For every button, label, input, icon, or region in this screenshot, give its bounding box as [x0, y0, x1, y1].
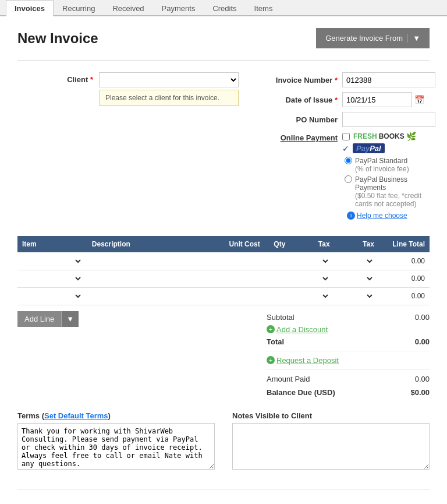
online-payment-label: Online Payment [256, 132, 338, 142]
tab-invoices[interactable]: Invoices [6, 0, 54, 16]
qty-input-1[interactable] [269, 257, 286, 265]
balance-due-row: Balance Due (USD) $0.00 [267, 385, 430, 400]
deposit-plus-icon: + [267, 356, 275, 364]
description-input-2[interactable] [92, 274, 210, 283]
col-unit-cost: Unit Cost [214, 236, 265, 252]
generate-invoice-button[interactable]: Generate Invoice From ▼ [316, 28, 430, 48]
paypal-p2: Pal [370, 144, 381, 153]
freshbooks-text: FRESH [353, 132, 377, 140]
subtotal-value: 0.00 [415, 313, 430, 322]
col-line-total: Line Total [379, 236, 430, 252]
add-line-button[interactable]: Add Line [17, 311, 61, 327]
send-email-section: Send by Email Email this invoice to your… [155, 501, 292, 505]
add-line-caret-button[interactable]: ▼ [61, 311, 79, 327]
info-icon: i [347, 212, 355, 220]
notes-section: Notes Visible to Client [232, 411, 430, 471]
paypal-business-label: PayPal Business Payments ($0.50 flat fee… [355, 175, 435, 208]
date-of-issue-label: Date of Issue * [256, 96, 338, 104]
invoice-number-required-star: * [335, 76, 338, 84]
tab-received[interactable]: Received [104, 0, 152, 16]
tax2-select-3[interactable] [339, 291, 374, 301]
generate-invoice-label: Generate Invoice From [325, 34, 403, 43]
generate-invoice-caret-icon: ▼ [407, 34, 420, 43]
col-qty: Qty [265, 236, 290, 252]
description-input-3[interactable] [92, 292, 210, 300]
tab-items[interactable]: Items [246, 0, 282, 16]
balance-due-label: Balance Due (USD) [267, 388, 335, 397]
tax1-select-2[interactable] [295, 274, 329, 283]
freshbooks-logo: FRESHBOOKS 🌿 [353, 132, 416, 141]
add-discount-link[interactable]: + Add a Discount [267, 325, 328, 334]
deposit-row: + Request a Deposit [267, 351, 430, 370]
freshbooks-books: BOOKS [379, 132, 405, 140]
table-row: 0.00 [17, 270, 430, 287]
subtotal-label: Subtotal [267, 313, 295, 322]
table-row: 0.00 [17, 287, 430, 305]
unit-cost-input-3[interactable] [219, 292, 260, 300]
unit-cost-input-2[interactable] [219, 274, 260, 283]
tax2-select-1[interactable] [339, 256, 374, 266]
table-bottom: Add Line ▼ Subtotal 0.00 + Add a Discoun… [17, 311, 430, 400]
discount-row: + Add a Discount [267, 323, 430, 336]
terms-label-row: Terms (Set Default Terms) [17, 411, 215, 420]
tab-credits[interactable]: Credits [204, 0, 245, 16]
description-input-1[interactable] [92, 257, 210, 265]
paypal-standard-label: PayPal Standard (% of invoice fee) [355, 157, 409, 173]
send-snail-section: Send by Snail Mail Send a hard copy of t… [292, 501, 430, 505]
plus-icon: + [267, 325, 275, 333]
line-total-2: 0.00 [379, 270, 430, 287]
notes-textarea[interactable] [232, 423, 430, 470]
col-item: Item [17, 236, 87, 252]
line-total-1: 0.00 [379, 252, 430, 270]
col-description: Description [87, 236, 214, 252]
total-label: Total [267, 337, 284, 346]
item-select-2[interactable] [22, 274, 83, 283]
terms-label: Terms [17, 411, 40, 420]
tax2-select-2[interactable] [339, 274, 374, 283]
payment-options-panel: FRESHBOOKS 🌿 ✓ PayPal [342, 132, 435, 220]
tab-payments[interactable]: Payments [153, 0, 204, 16]
tax1-select-1[interactable] [295, 256, 329, 266]
terms-textarea[interactable]: Thank you for working with ShivarWeb Con… [17, 423, 215, 470]
add-discount-label: Add a Discount [276, 325, 328, 334]
terms-section: Terms (Set Default Terms) Thank you for … [17, 411, 215, 471]
table-row: 0.00 [17, 252, 430, 270]
totals-section: Subtotal 0.00 + Add a Discount Total 0.0… [267, 311, 430, 400]
balance-due-value: $0.00 [410, 388, 430, 397]
paypal-standard-radio[interactable] [345, 157, 352, 164]
subtotal-row: Subtotal 0.00 [267, 311, 430, 323]
invoice-number-input[interactable] [342, 72, 435, 87]
nav-tabs: Invoices Recurring Received Payments Cre… [0, 0, 447, 16]
client-required-star: * [90, 75, 93, 84]
action-buttons-section: Save as Draft Save this invoice as a dra… [17, 489, 430, 505]
po-number-input[interactable] [342, 112, 435, 127]
total-row: Total 0.00 [267, 336, 430, 348]
date-of-issue-input[interactable] [342, 92, 412, 107]
paypal-p1: Pay [356, 144, 370, 153]
tab-recurring[interactable]: Recurring [54, 0, 104, 16]
line-total-3: 0.00 [379, 287, 430, 305]
calendar-icon[interactable]: 📅 [414, 95, 424, 104]
item-select-3[interactable] [22, 291, 83, 301]
freshbooks-leaf-icon: 🌿 [406, 132, 416, 141]
po-number-label: PO Number [256, 115, 338, 124]
help-choose-text: Help me choose [357, 212, 407, 220]
item-select-1[interactable] [22, 256, 83, 266]
paypal-business-radio[interactable] [345, 175, 352, 183]
set-default-terms-link[interactable]: Set Default Terms [44, 411, 108, 420]
save-draft-section: Save as Draft Save this invoice as a dra… [17, 501, 155, 505]
date-required-star: * [335, 96, 338, 104]
qty-input-2[interactable] [269, 274, 286, 283]
invoice-number-label: Invoice Number * [256, 76, 338, 84]
amount-paid-row: Amount Paid 0.00 [267, 373, 430, 385]
tax1-select-3[interactable] [295, 291, 329, 301]
page-title: New Invoice [17, 30, 98, 47]
request-deposit-link[interactable]: + Request a Deposit [267, 356, 430, 365]
unit-cost-input-1[interactable] [219, 257, 260, 265]
client-select[interactable] [99, 72, 239, 87]
freshbooks-checkbox[interactable] [342, 133, 350, 140]
client-label: Client * [17, 72, 93, 84]
notes-label: Notes Visible to Client [232, 411, 430, 420]
help-choose-link[interactable]: i Help me choose [347, 212, 435, 220]
qty-input-3[interactable] [269, 292, 286, 300]
